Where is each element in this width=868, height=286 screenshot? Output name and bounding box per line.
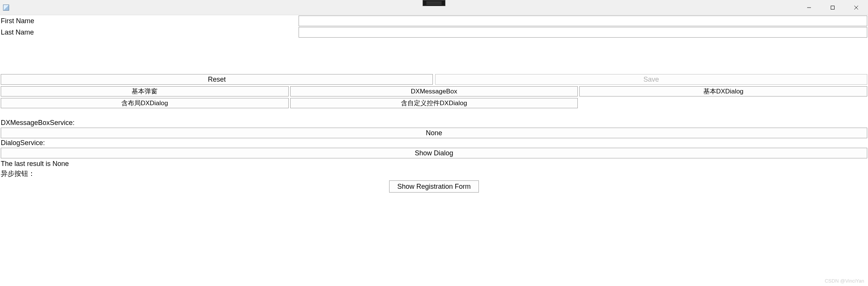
layout-dxdialog-button[interactable]: 含布局DXDialog [1, 98, 289, 108]
registration-row: Show Registration Form [0, 180, 868, 193]
last-name-label: Last Name [0, 28, 299, 36]
spacer [0, 38, 868, 74]
debug-handle[interactable] [423, 0, 445, 6]
reset-button[interactable]: Reset [1, 74, 433, 85]
maximize-button[interactable] [821, 0, 844, 15]
first-name-label: First Name [0, 17, 299, 25]
first-name-input[interactable] [299, 16, 867, 26]
main-content: First Name Last Name Reset Save 基本弹窗 DXM… [0, 15, 868, 193]
last-name-input[interactable] [299, 27, 867, 38]
custom-dxdialog-button[interactable]: 含自定义控件DXDialog [290, 98, 578, 108]
last-result-text: The last result is None [0, 159, 868, 168]
dx-messagebox-button[interactable]: DXMessageBox [290, 86, 578, 96]
watermark: CSDN @VinciYan [825, 278, 864, 284]
reset-save-row: Reset Save [0, 74, 868, 85]
dialog-service-label: DialogService: [0, 139, 868, 147]
show-dialog-button[interactable]: Show Dialog [1, 148, 867, 158]
async-button-label: 异步按钮： [0, 169, 868, 178]
dialog-buttons-row-2: 含布局DXDialog 含自定义控件DXDialog [0, 98, 868, 108]
last-name-row: Last Name [0, 27, 868, 38]
show-registration-button[interactable]: Show Registration Form [389, 180, 479, 193]
none-button[interactable]: None [1, 128, 867, 138]
dialog-buttons-row-1: 基本弹窗 DXMessageBox 基本DXDialog [0, 86, 868, 96]
first-name-row: First Name [0, 15, 868, 27]
app-icon [3, 5, 9, 11]
close-button[interactable] [844, 0, 868, 15]
basic-dxdialog-button[interactable]: 基本DXDialog [579, 86, 867, 96]
basic-popup-button[interactable]: 基本弹窗 [1, 86, 289, 96]
window-controls [797, 0, 868, 15]
window-titlebar [0, 0, 868, 15]
svg-rect-1 [831, 6, 835, 9]
grip-icon [426, 2, 442, 4]
dx-messagebox-service-label: DXMessageBoxService: [0, 119, 868, 127]
minimize-button[interactable] [797, 0, 821, 15]
save-button: Save [435, 74, 867, 85]
